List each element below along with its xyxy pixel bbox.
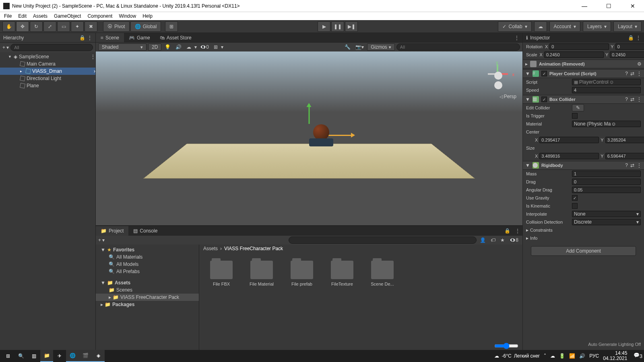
rotation-x[interactable]: [549, 43, 609, 50]
help-icon[interactable]: ?: [625, 71, 628, 76]
tray-volume-icon[interactable]: 🔊: [579, 353, 585, 359]
davinci-icon[interactable]: 🎬: [79, 350, 92, 362]
pause-button[interactable]: ❚❚: [331, 21, 344, 32]
physic-material-field[interactable]: None (Physic Ma ⊙: [572, 121, 641, 127]
audio-icon[interactable]: 🔊: [174, 44, 183, 50]
explorer-icon[interactable]: 📁: [40, 350, 53, 362]
tree-favorites[interactable]: ▼★Favorites: [96, 246, 199, 253]
tools-icon[interactable]: 🔧: [343, 44, 352, 50]
step-button[interactable]: ▶❚: [345, 21, 358, 32]
filter-star-icon[interactable]: ★: [499, 237, 506, 243]
grid-icon[interactable]: ⊞: [212, 44, 219, 50]
scale-y[interactable]: [610, 51, 644, 58]
tree-all-prefabs[interactable]: 🔍 All Prefabs: [96, 268, 199, 275]
hidden-icon[interactable]: 👁‍🗨0: [198, 44, 211, 50]
size-y[interactable]: [605, 153, 644, 159]
script-field[interactable]: ▦ PlayerControl ⊙: [572, 79, 641, 85]
is-kinematic-checkbox[interactable]: [572, 203, 578, 209]
menu-assets[interactable]: Assets: [30, 12, 50, 20]
breadcrumb-current[interactable]: VIASS FreeCharacter Pack: [224, 246, 283, 251]
gizmos-dropdown[interactable]: Gizmos ▾: [367, 43, 395, 51]
inspector-tab[interactable]: ℹ Inspector 🔒 ⋮: [523, 33, 644, 43]
menu-icon[interactable]: ⋮: [637, 97, 642, 102]
tree-all-models[interactable]: 🔍 All Models: [96, 261, 199, 268]
folder-file-prefab[interactable]: File prefab: [288, 261, 316, 286]
menu-window[interactable]: Window: [116, 12, 139, 20]
pivot-toggle[interactable]: ⦿Pivot: [103, 21, 130, 32]
2d-toggle[interactable]: 2D: [148, 43, 161, 51]
rotate-tool-button[interactable]: ↻: [30, 21, 43, 32]
hierarchy-main-camera[interactable]: Main Camera: [0, 60, 95, 68]
gear-icon[interactable]: ⚙: [637, 61, 642, 67]
menu-icon[interactable]: ⋮: [87, 35, 92, 41]
hidden-count[interactable]: 👁‍🗨8: [508, 237, 520, 243]
player-control-header[interactable]: ▼# ✓ Player Control (Script) ? ⇄ ⋮: [523, 69, 644, 78]
preset-icon[interactable]: ⇄: [630, 97, 634, 102]
project-search[interactable]: [289, 237, 477, 244]
tray-chevron-icon[interactable]: ˄: [544, 353, 546, 359]
tab-game[interactable]: 🎮 Game: [124, 33, 155, 42]
filter-type-icon[interactable]: 👤: [478, 237, 487, 243]
thumbnail-size-slider[interactable]: [494, 343, 518, 349]
light-icon[interactable]: 💡: [163, 44, 172, 50]
tab-console[interactable]: ▤ Console: [128, 226, 162, 236]
menu-component[interactable]: Component: [85, 12, 115, 20]
interpolate-dropdown[interactable]: None▾: [572, 211, 641, 217]
tray-onedrive-icon[interactable]: ☁: [550, 353, 555, 359]
folder-file-fbx[interactable]: File FBX: [207, 261, 235, 286]
breadcrumb-assets[interactable]: Assets: [203, 246, 218, 251]
inspector-lock-icon[interactable]: 🔒: [628, 35, 634, 41]
scene-search[interactable]: [396, 43, 520, 51]
rotation-y[interactable]: [615, 43, 644, 50]
layout-dropdown[interactable]: Layout ▾: [613, 21, 642, 32]
tree-packages[interactable]: ▸📁Packages: [96, 301, 199, 308]
info-row[interactable]: ▸Info: [523, 234, 644, 242]
tray-lang[interactable]: РУС: [589, 353, 599, 359]
constraints-row[interactable]: ▸Constraints: [523, 226, 644, 234]
chrome-icon[interactable]: 🌐: [66, 350, 79, 362]
cloud-button[interactable]: ☁: [534, 21, 547, 32]
move-gizmo-y[interactable]: [309, 104, 310, 124]
folder-scene-demo[interactable]: Scene De...: [368, 261, 396, 286]
view-gizmo[interactable]: y x: [482, 60, 514, 92]
edit-collider-button[interactable]: ✎: [572, 104, 584, 111]
move-tool-button[interactable]: ✥: [16, 21, 29, 32]
size-x[interactable]: [539, 153, 599, 159]
tree-scenes[interactable]: 📁Scenes: [96, 286, 199, 294]
menu-icon[interactable]: ⋮: [637, 162, 642, 168]
snap-button[interactable]: ⊞: [165, 21, 178, 32]
tray-wifi-icon[interactable]: 📶: [569, 353, 575, 359]
project-lock-icon[interactable]: 🔒: [502, 228, 513, 234]
filter-label-icon[interactable]: 🏷: [489, 237, 497, 243]
menu-edit[interactable]: Edit: [15, 12, 29, 20]
tray-clock[interactable]: 14:45 04.12.2021: [603, 351, 630, 361]
account-dropdown[interactable]: Account ▾: [549, 21, 580, 32]
scale-x[interactable]: [544, 51, 604, 58]
fx-icon[interactable]: ☁: [185, 44, 193, 50]
project-add-button[interactable]: + ▾: [98, 237, 105, 243]
start-button[interactable]: ⊞: [2, 350, 14, 362]
search-icon[interactable]: 🔍: [14, 350, 27, 362]
drag-field[interactable]: [572, 179, 641, 185]
tree-all-materials[interactable]: 🔍 All Materials: [96, 253, 199, 261]
folder-file-texture[interactable]: FileTexture: [328, 261, 356, 286]
collab-dropdown[interactable]: ✓ Collab ▾: [498, 21, 532, 32]
add-button[interactable]: + ▾: [2, 45, 9, 50]
is-trigger-checkbox[interactable]: [572, 113, 578, 119]
scale-tool-button[interactable]: ⤢: [43, 21, 56, 32]
minimize-button[interactable]: —: [576, 3, 592, 9]
maximize-button[interactable]: ☐: [601, 3, 617, 9]
menu-gameobject[interactable]: GameObject: [51, 12, 84, 20]
menu-icon[interactable]: ⋮: [637, 71, 642, 76]
hierarchy-tab[interactable]: Hierarchy 🔒 ⋮: [0, 33, 95, 43]
hierarchy-search[interactable]: [10, 44, 93, 51]
scene-viewport[interactable]: y x ◁ Persp: [96, 51, 522, 225]
preset-icon[interactable]: ⇄: [630, 162, 634, 168]
layers-dropdown[interactable]: Layers ▾: [583, 21, 611, 32]
lock-icon[interactable]: 🔒: [79, 35, 85, 41]
tab-project[interactable]: 📁 Project: [96, 226, 128, 236]
camera-icon[interactable]: 📷▾: [354, 44, 365, 50]
collision-dropdown[interactable]: Discrete▾: [572, 219, 641, 225]
fx-dropdown-icon[interactable]: ▾: [194, 44, 197, 50]
global-toggle[interactable]: 🌐Global: [130, 21, 161, 32]
